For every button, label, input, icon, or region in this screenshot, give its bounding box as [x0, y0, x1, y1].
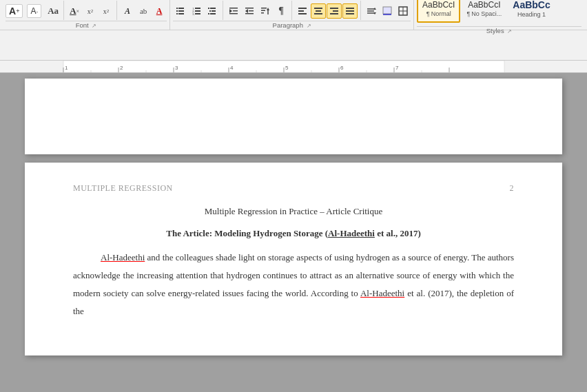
superscript-btn[interactable]: x2 — [83, 3, 98, 19]
styles-group: AaBbCcI ¶ Normal AaBbCcI ¶ No Spaci... A… — [414, 0, 584, 36]
style-h1-label: Heading 1 — [517, 11, 546, 18]
sep2 — [116, 1, 117, 20]
svg-rect-26 — [261, 8, 267, 9]
style-h1-preview: AaBbCc — [513, 0, 550, 10]
svg-rect-21 — [229, 13, 238, 14]
svg-rect-19 — [229, 8, 238, 9]
styles-label: Styles ↗ — [417, 26, 581, 36]
svg-text:5: 5 — [285, 65, 289, 71]
svg-rect-11 — [195, 13, 200, 14]
align-right-btn[interactable] — [327, 3, 342, 19]
font-label: Font ↗ — [6, 21, 167, 30]
font-size-down-btn[interactable]: A - — [27, 4, 41, 18]
styles-buttons: AaBbCcI ¶ Normal AaBbCcI ¶ No Spaci... A… — [417, 0, 581, 25]
svg-text:4: 4 — [230, 65, 234, 71]
font-size-up-btn[interactable]: A + — [6, 4, 23, 18]
svg-rect-41 — [346, 10, 354, 12]
svg-text:3.: 3. — [192, 12, 195, 16]
sort-btn[interactable] — [258, 3, 273, 19]
toolbar-row1: A + A - Aa A× x2 x2 A — [0, 0, 587, 30]
style-no-spacing[interactable]: AaBbCcI ¶ No Spaci... — [462, 0, 506, 23]
svg-rect-35 — [316, 10, 321, 12]
svg-text:6: 6 — [340, 65, 344, 71]
page-2: MULTIPLE REGRESSION 2 Multiple Regressio… — [25, 163, 562, 355]
svg-rect-49 — [383, 14, 391, 15]
page-header: MULTIPLE REGRESSION 2 — [73, 183, 514, 194]
justify-btn[interactable] — [342, 3, 358, 19]
style-heading1[interactable]: AaBbCc Heading 1 — [508, 0, 555, 23]
multilevel-btn[interactable] — [205, 3, 220, 19]
document-area: MULTIPLE REGRESSION 2 Multiple Regressio… — [0, 73, 587, 392]
style-nospacing-label: ¶ No Spaci... — [466, 10, 502, 17]
sep3 — [223, 1, 223, 20]
doc-title[interactable]: Multiple Regression in Practice – Articl… — [73, 206, 514, 217]
numbering-btn[interactable]: 1.2.3. — [189, 3, 204, 19]
show-paragraph-btn[interactable]: ¶ — [274, 3, 289, 19]
svg-rect-15 — [212, 10, 216, 12]
para-mark: ¶ — [426, 10, 430, 17]
subscript-btn[interactable]: x2 — [99, 3, 114, 19]
svg-rect-9 — [195, 10, 200, 12]
svg-text:2: 2 — [120, 65, 123, 71]
svg-marker-29 — [267, 8, 269, 10]
highlight-btn[interactable]: ab — [136, 3, 151, 19]
svg-rect-37 — [330, 8, 338, 9]
doc-subtitle[interactable]: The Article: Modeling Hydrogen Storage (… — [73, 228, 514, 239]
font-color-btn[interactable]: A — [152, 3, 167, 19]
svg-rect-23 — [245, 8, 254, 9]
font-group: A + A - Aa A× x2 x2 A — [3, 0, 170, 30]
svg-marker-18 — [229, 9, 232, 13]
align-center-btn[interactable] — [311, 3, 326, 19]
increase-indent-btn[interactable] — [242, 3, 257, 19]
borders-btn[interactable] — [395, 3, 411, 19]
font-expand-icon[interactable]: ↗ — [92, 23, 96, 29]
svg-rect-2 — [176, 10, 178, 12]
svg-rect-3 — [178, 10, 184, 12]
svg-marker-22 — [245, 9, 248, 13]
svg-rect-0 — [176, 8, 178, 9]
page-number: 2 — [510, 183, 515, 194]
svg-rect-42 — [346, 13, 354, 14]
style-normal-preview: AaBbCcI — [422, 1, 455, 10]
ruler-inner: 1 2 3 4 5 6 7 — [8, 61, 562, 72]
page-2-content: MULTIPLE REGRESSION 2 Multiple Regressio… — [25, 163, 562, 355]
svg-rect-1 — [178, 8, 184, 9]
font-name-btn[interactable]: Aa — [45, 3, 61, 19]
style-heading2[interactable]: AaBbCc Heading 2 — [417, 24, 459, 25]
shading-btn[interactable] — [380, 3, 395, 19]
paragraph-expand-icon[interactable]: ↗ — [307, 23, 311, 29]
svg-rect-39 — [330, 13, 338, 14]
svg-rect-31 — [298, 8, 307, 9]
svg-rect-17 — [210, 13, 216, 14]
decrease-indent-btn[interactable] — [226, 3, 241, 19]
sep4 — [291, 1, 292, 20]
text-effects-btn[interactable]: A — [120, 3, 135, 19]
svg-rect-7 — [195, 8, 200, 9]
line-spacing-btn[interactable] — [364, 3, 379, 19]
align-left-btn[interactable] — [295, 3, 310, 19]
author-name-2: Al-Hadeethi — [360, 288, 404, 298]
svg-text:1: 1 — [65, 65, 68, 71]
style-title[interactable]: AaBI Title — [460, 24, 500, 25]
ruler-svg: 1 2 3 4 5 6 7 — [8, 61, 562, 72]
styles-expand-icon[interactable]: ↗ — [507, 28, 512, 34]
style-nospacing-preview: AaBbCcI — [468, 1, 500, 10]
svg-rect-14 — [209, 10, 211, 12]
doc-body[interactable]: Al-Hadeethi and the colleagues shade lig… — [73, 249, 514, 320]
paragraph-buttons: 1.2.3. ¶ — [173, 1, 411, 20]
svg-rect-20 — [233, 10, 238, 12]
style-normal[interactable]: AaBbCcI ¶ Normal — [417, 0, 460, 23]
paragraph-group: 1.2.3. ¶ — [170, 0, 414, 30]
svg-rect-5 — [178, 13, 184, 14]
bullets-btn[interactable] — [173, 3, 188, 19]
body-paragraph: Al-Hadeethi and the colleagues shade lig… — [73, 249, 514, 320]
svg-rect-33 — [298, 13, 307, 14]
svg-rect-24 — [249, 10, 254, 12]
svg-rect-25 — [245, 13, 254, 14]
svg-rect-36 — [314, 13, 322, 14]
clear-format-btn[interactable]: A× — [67, 3, 82, 19]
style-subtitle[interactable]: AaBbCcI Subtitle — [502, 24, 542, 25]
author-name: Al-Hadeethi — [101, 252, 145, 262]
svg-rect-12 — [208, 8, 209, 9]
style-normal-label: ¶ Normal — [426, 10, 451, 17]
